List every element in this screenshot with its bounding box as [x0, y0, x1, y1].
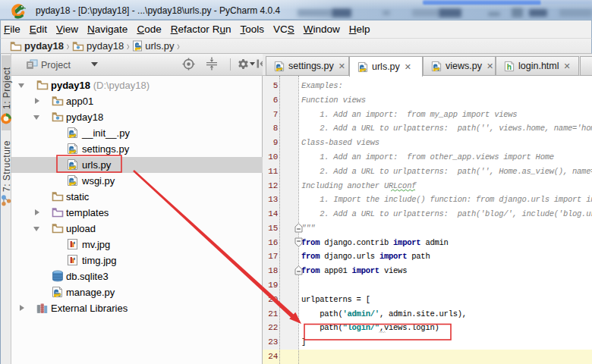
svg-text:h: h — [507, 63, 512, 71]
